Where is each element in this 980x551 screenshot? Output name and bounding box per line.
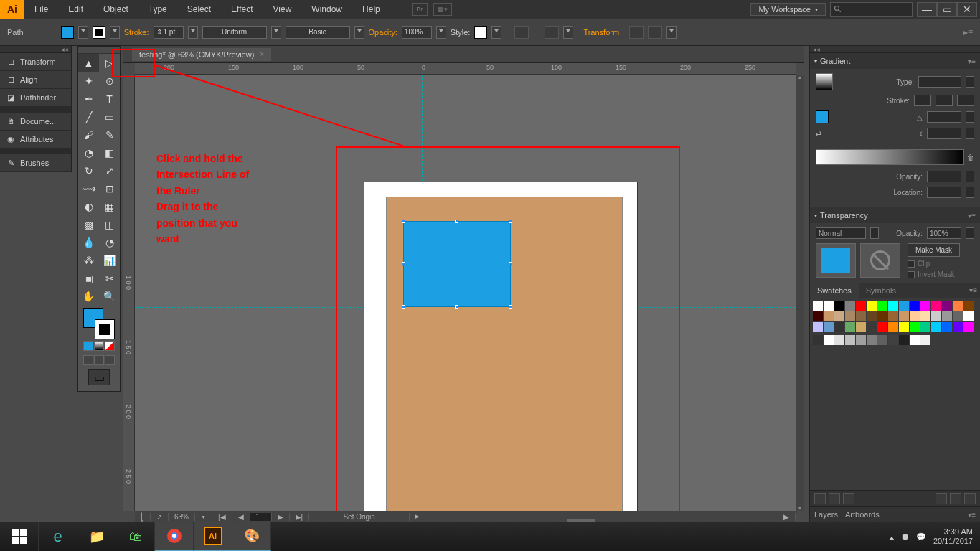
perspective-grid-tool-icon[interactable]: ▦: [99, 197, 120, 215]
isolate-icon[interactable]: [629, 26, 644, 39]
swatch[interactable]: [888, 301, 898, 311]
nav-first-icon[interactable]: ⎣: [135, 513, 151, 521]
swatch[interactable]: [813, 301, 823, 311]
swatch[interactable]: [920, 335, 930, 345]
swatch[interactable]: [953, 322, 963, 332]
artboard-next-icon[interactable]: ▶: [272, 513, 290, 521]
swatch[interactable]: [963, 311, 974, 321]
gradient-type-dropdown[interactable]: [966, 76, 974, 88]
menu-help[interactable]: Help: [352, 0, 390, 19]
swatch[interactable]: [899, 311, 909, 321]
menu-effect[interactable]: Effect: [221, 0, 263, 19]
free-transform-tool-icon[interactable]: ⊡: [99, 179, 120, 197]
ruler-horizontal[interactable]: 20015010050050100150200250: [135, 63, 796, 75]
trash-icon[interactable]: 🗑: [967, 154, 974, 161]
stroke-profile-select[interactable]: Uniform: [202, 26, 267, 39]
swatch[interactable]: [942, 311, 952, 321]
bridge-icon[interactable]: Br: [412, 3, 428, 16]
graphic-style-swatch[interactable]: [474, 26, 487, 39]
swatch[interactable]: [845, 335, 855, 345]
width-tool-icon[interactable]: ⟿: [78, 179, 99, 197]
swatch[interactable]: [910, 335, 920, 345]
selection-handle[interactable]: [402, 305, 405, 309]
swatch[interactable]: [963, 301, 974, 311]
menu-file[interactable]: File: [24, 0, 58, 19]
dock-attributes[interactable]: ◉Attributes: [0, 131, 71, 149]
brush-def-select[interactable]: Basic: [286, 26, 350, 39]
swatch[interactable]: [931, 311, 941, 321]
symbol-sprayer-tool-icon[interactable]: ⁂: [78, 251, 99, 269]
stroke-label[interactable]: Stroke:: [124, 28, 149, 37]
stroke-color-icon[interactable]: [95, 319, 115, 339]
scroll-right-icon[interactable]: ▶: [778, 513, 796, 521]
scrollbar-vertical[interactable]: [796, 75, 804, 511]
pencil-tool-icon[interactable]: ✎: [99, 126, 120, 143]
swatch[interactable]: [824, 311, 834, 321]
swatch[interactable]: [824, 301, 834, 311]
artboard-prev-icon[interactable]: ◀: [232, 513, 250, 521]
swatch[interactable]: [910, 322, 920, 332]
zoom-level[interactable]: 63%: [169, 513, 195, 521]
zoom-dropdown[interactable]: ▼: [195, 514, 212, 519]
gradient-angle-dropdown[interactable]: [966, 111, 974, 123]
taskbar-store-icon[interactable]: 🛍: [116, 522, 155, 551]
gradient-type-select[interactable]: [918, 76, 961, 88]
swatch[interactable]: [813, 335, 823, 345]
gradient-stop-opacity-input[interactable]: [927, 171, 961, 182]
selection-tool-icon[interactable]: ▲: [78, 54, 99, 72]
artboard-tool-icon[interactable]: ▣: [78, 269, 99, 287]
swatch[interactable]: [931, 322, 941, 332]
search-input[interactable]: [830, 2, 913, 17]
swatch[interactable]: [953, 311, 963, 321]
blend-mode-select[interactable]: Normal: [816, 227, 866, 239]
clip-checkbox[interactable]: [908, 260, 915, 268]
ruler-vertical[interactable]: 1 0 01 5 02 0 02 5 0: [123, 75, 135, 511]
opacity-dropdown[interactable]: [436, 26, 446, 39]
swatch[interactable]: [899, 335, 909, 345]
brush-def-dropdown[interactable]: [354, 26, 364, 39]
menu-edit[interactable]: Edit: [58, 0, 93, 19]
tray-dropbox-icon[interactable]: ⬢: [902, 532, 909, 542]
arrange-docs-icon[interactable]: ▦▾: [433, 3, 452, 16]
dock-transform[interactable]: ⊞Transform: [0, 53, 71, 71]
swatch[interactable]: [856, 311, 866, 321]
scale-tool-icon[interactable]: ⤢: [99, 161, 120, 179]
draw-normal-icon[interactable]: [83, 355, 93, 365]
gradient-preview[interactable]: [816, 73, 833, 90]
taskbar-chrome-icon[interactable]: [155, 522, 194, 551]
swatch[interactable]: [813, 322, 823, 332]
gradient-tool-icon[interactable]: ◫: [99, 215, 120, 233]
dock-brushes[interactable]: ✎Brushes: [0, 154, 71, 172]
swatch[interactable]: [877, 335, 887, 345]
paintbrush-tool-icon[interactable]: 🖌: [78, 126, 99, 143]
artboard-number[interactable]: 1: [250, 513, 272, 521]
swatch[interactable]: [867, 335, 877, 345]
artboards-tab[interactable]: Artboards: [845, 510, 880, 519]
swatch[interactable]: [920, 322, 930, 332]
artboard-last-icon[interactable]: ▶|: [290, 513, 310, 521]
select-similar-dropdown[interactable]: [666, 26, 677, 39]
transform-link[interactable]: Transform: [578, 28, 625, 37]
opacity-label[interactable]: Opacity:: [369, 28, 397, 37]
swatch[interactable]: [920, 311, 930, 321]
swatch[interactable]: [899, 301, 909, 311]
gradient-aspect-dropdown[interactable]: [966, 128, 974, 139]
swatch[interactable]: [834, 322, 844, 332]
menu-type[interactable]: Type: [138, 0, 177, 19]
fill-stroke-swatches[interactable]: [83, 308, 115, 339]
menu-select[interactable]: Select: [177, 0, 221, 19]
right-dock-collapse[interactable]: [810, 46, 980, 53]
gradient-stop-opacity-dropdown[interactable]: [966, 171, 974, 182]
draw-behind-icon[interactable]: [94, 355, 104, 365]
clock[interactable]: 3:39 AM20/11/2017: [933, 527, 973, 546]
gradient-stop-location-dropdown[interactable]: [966, 187, 974, 198]
swatch-kinds-icon[interactable]: [829, 493, 840, 504]
tray-action-center-icon[interactable]: 💬: [916, 532, 926, 542]
new-color-group-icon[interactable]: [936, 493, 947, 504]
selection-handle[interactable]: [509, 220, 512, 223]
selection-handle[interactable]: [402, 262, 405, 265]
swatch[interactable]: [824, 335, 834, 345]
rectangle-tool-icon[interactable]: ▭: [99, 108, 120, 126]
color-mode-none-icon[interactable]: [105, 341, 115, 351]
swatch[interactable]: [888, 335, 898, 345]
